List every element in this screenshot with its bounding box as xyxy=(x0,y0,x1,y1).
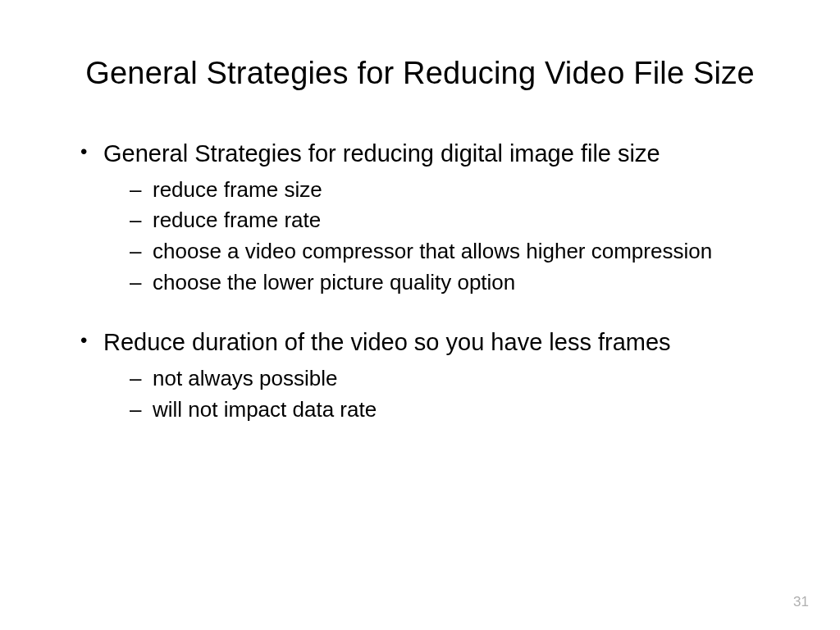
sub-list-item: choose the lower picture quality option xyxy=(130,267,774,299)
sub-bullet-list: reduce frame size reduce frame rate choo… xyxy=(103,175,774,299)
sub-bullet-text: choose the lower picture quality option xyxy=(153,270,515,294)
sub-bullet-text: reduce frame size xyxy=(153,177,322,202)
list-item: General Strategies for reducing digital … xyxy=(80,139,774,298)
bullet-text: Reduce duration of the video so you have… xyxy=(103,329,671,355)
sub-list-item: reduce frame rate xyxy=(130,205,774,236)
sub-list-item: not always possible xyxy=(130,363,774,395)
page-number: 31 xyxy=(793,594,809,610)
sub-bullet-text: not always possible xyxy=(153,366,337,390)
slide-container: General Strategies for Reducing Video Fi… xyxy=(0,0,840,630)
sub-bullet-text: will not impact data rate xyxy=(153,397,377,422)
bullet-list: General Strategies for reducing digital … xyxy=(66,139,774,426)
sub-list-item: choose a video compressor that allows hi… xyxy=(130,236,774,267)
sub-bullet-text: reduce frame rate xyxy=(153,208,321,232)
sub-list-item: reduce frame size xyxy=(130,175,774,206)
bullet-text: General Strategies for reducing digital … xyxy=(103,140,660,167)
slide-title: General Strategies for Reducing Video Fi… xyxy=(66,56,774,91)
sub-bullet-list: not always possible will not impact data… xyxy=(103,363,774,425)
sub-list-item: will not impact data rate xyxy=(130,395,774,426)
list-item: Reduce duration of the video so you have… xyxy=(80,327,774,425)
sub-bullet-text: choose a video compressor that allows hi… xyxy=(153,239,712,263)
